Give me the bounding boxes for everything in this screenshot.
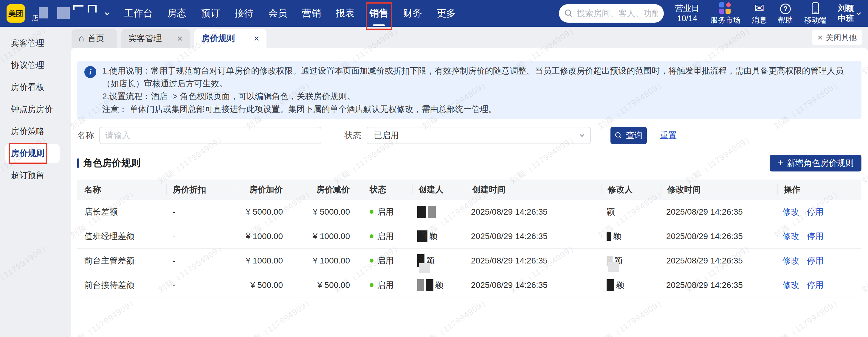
created-at: 2025/08/29 14:26:35 [466,207,602,217]
nav-finance[interactable]: 财务 [403,7,422,20]
rule-name: 店长差额 [77,206,166,217]
sidebar-item-rate-rules[interactable]: 房价规则 [5,144,60,163]
created-at: 2025/08/29 14:26:35 [466,232,602,241]
active-nav-indicator [373,25,385,26]
nav-member[interactable]: 会员 [268,7,287,20]
status-dot-icon [370,259,373,263]
name-filter-label: 名称 [77,130,94,141]
nav-room-status[interactable]: 房态 [167,7,186,20]
rule-decrease: ¥ 1000.00 [286,232,353,241]
info-icon: i [84,66,96,78]
user-shift: 中班 [838,13,854,24]
modify-link[interactable]: 修改 [782,255,799,266]
table-header-row: 名称 房价折扣 房价加价 房价减价 状态 创建人 创建时间 修改人 修改时间 操… [77,179,862,200]
rate-rules-table: 名称 房价折扣 房价加价 房价减价 状态 创建人 创建时间 修改人 修改时间 操… [77,179,862,297]
name-filter-field[interactable] [99,127,321,144]
disable-link[interactable]: 停用 [807,255,824,266]
row-actions: 修改停用 [778,279,862,291]
disable-link[interactable]: 停用 [807,279,824,291]
redaction-block [419,263,430,273]
nav-marketing[interactable]: 营销 [302,7,321,20]
modifier-cell: 颖 [602,231,661,242]
user-menu[interactable]: 刘颖 中班 [838,3,860,24]
rule-discount: - [166,207,235,217]
redaction-block [417,230,428,242]
sidebar: 宾客管理 协议管理 房价看板 钟点房房价 房价策略 房价规则 超订预留 [0,27,71,337]
sidebar-item-guest-management[interactable]: 宾客管理 [0,32,71,54]
disable-link[interactable]: 停用 [807,206,824,217]
mobile-button[interactable]: 移动端 [804,2,827,25]
nav-reception[interactable]: 接待 [235,7,254,20]
col-status: 状态 [353,184,412,195]
meituan-logo: 美团 [6,4,25,23]
modify-link[interactable]: 修改 [782,206,799,217]
modifier-cell: 颖 [602,279,661,291]
disable-link[interactable]: 停用 [807,231,824,242]
rule-discount: - [166,232,235,241]
modified-at: 2025/08/29 14:26:35 [661,207,778,217]
messages-button[interactable]: ✉ 消息 [752,2,767,25]
reset-button[interactable]: 重置 [660,130,677,141]
query-button[interactable]: 查询 [611,127,647,144]
close-icon[interactable]: × [177,34,183,42]
service-market-button[interactable]: 服务市场 [711,2,740,25]
modify-link[interactable]: 修改 [782,231,799,242]
sidebar-item-agreement-management[interactable]: 协议管理 [0,54,71,76]
nav-booking[interactable]: 预订 [201,7,220,20]
info-banner: i 1.使用说明：常用于规范前台对订单房价的修改权限。通过设置本页面加减价或折扣… [77,61,862,119]
tab-guest-management[interactable]: 宾客管理 × [121,29,190,47]
section-accent-bar [77,158,79,168]
close-icon: × [817,32,823,42]
add-role-rate-rule-button[interactable]: + 新增角色房价规则 [770,155,862,171]
help-button[interactable]: ? 帮助 [778,2,793,25]
phone-icon [812,2,819,14]
search-icon [565,9,572,17]
created-at: 2025/08/29 14:26:35 [466,256,602,266]
table-row: 前台接待差额 - ¥ 500.00 ¥ 500.00 启用 颖 2025/08/… [77,273,862,297]
name-filter-input[interactable] [105,131,315,140]
topbar-right: 营业日 10/14 服务市场 ✉ 消息 ? 帮助 移动端 刘颖 [559,2,860,25]
search-icon [615,132,622,139]
sidebar-item-rate-board[interactable]: 房价看板 [0,76,71,98]
redaction-block [607,232,611,241]
modify-link[interactable]: 修改 [782,279,799,291]
plus-icon: + [777,157,783,168]
main-panel: i 1.使用说明：常用于规范前台对订单房价的修改权限。通过设置本页面加减价或折扣… [71,47,868,337]
topbar: 美团 店 工作台 房态 预订 接待 会员 营销 报表 销售 财务 更多 [0,0,868,27]
tab-home[interactable]: ⌂ 首页 [71,29,117,47]
rule-discount: - [166,256,235,266]
redaction-block [607,279,614,291]
modified-at: 2025/08/29 14:26:35 [661,232,778,241]
help-icon: ? [780,4,791,14]
redaction-block [609,262,619,272]
global-search-input[interactable] [577,9,658,18]
nav-sales[interactable]: 销售 [369,7,389,20]
close-others-button[interactable]: × 关闭其他 [812,30,862,45]
table-row: 店长差额 - ¥ 5000.00 ¥ 5000.00 启用 2025/08/29… [77,200,862,224]
global-search[interactable] [559,4,664,23]
row-actions: 修改停用 [778,206,862,217]
home-icon: ⌂ [79,34,84,42]
status-badge: 启用 [353,279,412,291]
status-badge: 启用 [353,206,412,217]
nav-more[interactable]: 更多 [437,7,456,20]
row-actions: 修改停用 [778,255,862,266]
col-increase: 房价加价 [235,184,286,195]
tab-rate-rules[interactable]: 房价规则 × [194,29,267,47]
user-name: 刘颖 [838,3,854,13]
rule-decrease: ¥ 5000.00 [286,207,353,217]
status-dot-icon [370,210,373,214]
close-icon[interactable]: × [254,34,259,42]
nav-workbench[interactable]: 工作台 [124,7,153,20]
table-row: 前台主管差额 - ¥ 1000.00 ¥ 1000.00 启用 颖 2025/0… [77,248,862,273]
status-dot-icon [370,283,373,287]
status-select[interactable]: 已启用 [367,127,591,144]
sidebar-item-hourly-rate[interactable]: 钟点房房价 [0,98,71,120]
nav-report[interactable]: 报表 [336,7,355,20]
rule-decrease: ¥ 1000.00 [286,256,353,266]
hotel-switcher[interactable]: 店 [29,0,113,27]
sidebar-item-overbooking-reserve[interactable]: 超订预留 [0,164,71,187]
sidebar-item-rate-strategy[interactable]: 房价策略 [0,120,71,142]
status-select-value: 已启用 [374,130,399,141]
modifier-cell: 颖 [602,255,661,266]
